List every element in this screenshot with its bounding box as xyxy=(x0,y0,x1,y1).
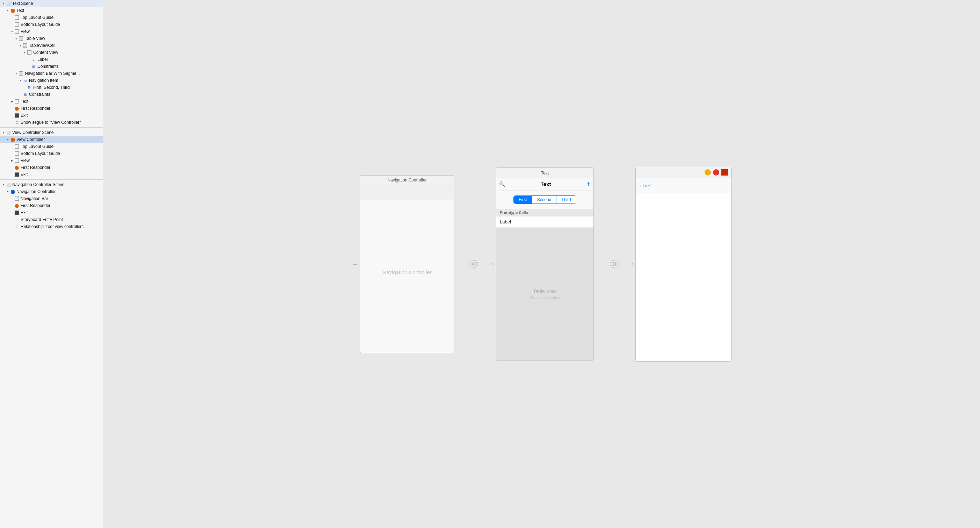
nav-controller-body: Navigation Controller xyxy=(360,185,454,353)
tree-nav-bar[interactable]: Navigation Bar xyxy=(0,195,103,202)
constraints-icon: ⊞ xyxy=(31,64,37,69)
detail-back-btn[interactable]: ‹ Text xyxy=(640,182,651,188)
tree-vc-bottom-layout[interactable]: Bottom Layout Guide xyxy=(0,150,103,157)
tree-vc-first-responder[interactable]: ⬤ First Responder xyxy=(0,164,103,171)
segment-wrapper: First Second Third xyxy=(496,191,593,209)
tree-nav-controller[interactable]: ▾ ⬤ Navigation Controller xyxy=(0,188,103,195)
text-scene-nav-title: Text xyxy=(507,181,584,187)
tree-segue[interactable]: ⊙ Show segue to "View Controller" xyxy=(0,119,103,126)
square-icon-4 xyxy=(14,151,19,156)
tree-tableviewcell[interactable]: ▾ TableViewCell xyxy=(0,42,103,49)
segment-btn-second[interactable]: Second xyxy=(532,196,557,204)
conn-circle-1: ⊕ xyxy=(471,260,478,268)
search-icon: 🔍 xyxy=(499,181,505,187)
entry-arrow: → xyxy=(352,260,359,268)
sidebar: ▾ ⬜ Text Scene ▾ ⬤ Text Top Layout Guide… xyxy=(0,0,103,528)
connection-1: ⊕ › xyxy=(457,260,494,268)
detail-scene-box[interactable]: ‹ Text xyxy=(635,167,732,362)
first-responder-icon: ⬤ xyxy=(14,105,19,111)
conn-arrowhead-2: › xyxy=(632,261,633,267)
tree-scene-vc[interactable]: ▾ ⬜ View Controller Scene xyxy=(0,129,103,136)
first-responder-icon-3: ⬤ xyxy=(14,203,19,208)
tree-scene-nav[interactable]: ▾ ⬜ Navigation Controller Scene xyxy=(0,181,103,188)
tree-constraints-1[interactable]: ⊞ Constraints xyxy=(0,63,103,70)
square-icon xyxy=(14,15,19,20)
view-icon-2 xyxy=(14,99,19,104)
square-icon-3 xyxy=(14,144,19,149)
tree-bottom-layout[interactable]: Bottom Layout Guide xyxy=(0,21,103,28)
segue-icon-svg xyxy=(611,262,616,266)
detail-icons xyxy=(705,169,728,175)
divider-1 xyxy=(0,127,103,128)
tree-text-node[interactable]: ▾ ⬤ Text xyxy=(0,7,103,14)
conn-arrowhead-1: › xyxy=(492,261,494,267)
tree-exit-1[interactable]: ⬛ Exit xyxy=(0,112,103,119)
exit-icon-2: ⬛ xyxy=(14,172,19,177)
relationship-icon-svg: ⊕ xyxy=(472,262,477,266)
tree-vc-view[interactable]: ▶ View xyxy=(0,157,103,164)
detail-back-label: Text xyxy=(643,183,651,188)
expand-arrow: ▾ xyxy=(2,2,6,5)
folder-yellow-icon-3: ⬜ xyxy=(6,182,11,187)
square-icon-6 xyxy=(14,196,19,201)
detail-ios-nav: ‹ Text xyxy=(636,178,731,193)
back-chevron-icon: ‹ xyxy=(640,182,642,188)
segment-icon: ⊟ xyxy=(27,85,32,90)
tree-vc-exit[interactable]: ⬛ Exit xyxy=(0,171,103,178)
table-view-text: Table View xyxy=(533,289,557,294)
segment-control[interactable]: First Second Third xyxy=(514,195,576,204)
segment-btn-third[interactable]: Third xyxy=(557,196,576,204)
prototype-cells-header: Prototype Cells xyxy=(496,209,593,217)
tree-view-controller[interactable]: ▾ ⬤ View Controller xyxy=(0,136,103,143)
nav-item-icon: ◁ xyxy=(22,78,28,83)
table-view-body: Table View Prototype Content xyxy=(496,228,593,361)
tree-nav-first-responder[interactable]: ⬤ First Responder xyxy=(0,202,103,209)
folder-yellow-icon: ⬜ xyxy=(6,1,11,6)
square-icon xyxy=(14,22,19,27)
tree-scene-text[interactable]: ▾ ⬜ Text Scene xyxy=(0,0,103,7)
tree-content-view[interactable]: ▾ Content View xyxy=(0,49,103,56)
folder-blue-icon: ⬤ xyxy=(10,189,15,195)
conn-circle-2 xyxy=(610,260,617,268)
tree-first-responder-1[interactable]: ⬤ First Responder xyxy=(0,105,103,112)
tree-vc-top-layout[interactable]: Top Layout Guide xyxy=(0,143,103,150)
detail-body xyxy=(636,193,731,361)
label-icon: L xyxy=(31,57,37,62)
folder-orange-icon-2: ⬤ xyxy=(10,137,15,142)
plus-icon: + xyxy=(587,180,591,188)
segment-btn-first[interactable]: First xyxy=(514,196,532,204)
tree-top-layout[interactable]: Top Layout Guide xyxy=(0,14,103,21)
tree-relationship[interactable]: ⊙ Relationship "root view controller"... xyxy=(0,223,103,230)
tree-view[interactable]: ▾ View xyxy=(0,28,103,35)
conn-line-4 xyxy=(617,264,632,264)
first-responder-icon-2: ⬤ xyxy=(14,165,19,170)
text-scene-box[interactable]: Text 🔍 Text + First Second Third Prototy… xyxy=(496,167,594,361)
square-icon-5 xyxy=(14,158,19,163)
segue-icon: ⊙ xyxy=(14,120,19,125)
tree-segment-item[interactable]: ⊟ First, Second, Third xyxy=(0,84,103,91)
divider-2 xyxy=(0,179,103,180)
nav-controller-label: Navigation Controller xyxy=(360,175,454,185)
folder-orange-icon: ⬤ xyxy=(10,8,15,13)
canvas: → Navigation Controller Navigation Contr… xyxy=(103,0,980,528)
tree-text-arrow[interactable]: ▶ Text xyxy=(0,98,103,105)
relationship-icon: ⊙ xyxy=(14,224,19,230)
conn-line-1 xyxy=(457,264,471,264)
table-cell-row[interactable]: Label xyxy=(496,217,593,228)
tree-storyboard-entry[interactable]: → Storyboard Entry Point xyxy=(0,216,103,223)
view-icon xyxy=(27,49,32,55)
tree-nav-item[interactable]: ▾ ◁ Navigation Item xyxy=(0,77,103,84)
tree-nav-exit[interactable]: ⬛ Exit xyxy=(0,209,103,216)
entry-point-icon: → xyxy=(14,217,19,222)
conn-line-2 xyxy=(478,264,492,264)
tree-nav-bar-segme[interactable]: ▾ Navigation Bar With Segme... xyxy=(0,70,103,77)
nav-bar-icon xyxy=(18,71,24,76)
text-scene-label: Text xyxy=(496,168,593,178)
table-icon xyxy=(18,36,24,41)
conn-line-3 xyxy=(596,264,610,264)
tree-table-view[interactable]: ▾ Table View xyxy=(0,35,103,42)
tree-label[interactable]: L Label xyxy=(0,56,103,63)
tree-constraints-2[interactable]: ⊞ Constraints xyxy=(0,91,103,98)
nav-controller-box[interactable]: Navigation Controller Navigation Control… xyxy=(360,175,454,353)
search-bar[interactable]: 🔍 Text + xyxy=(496,178,593,191)
